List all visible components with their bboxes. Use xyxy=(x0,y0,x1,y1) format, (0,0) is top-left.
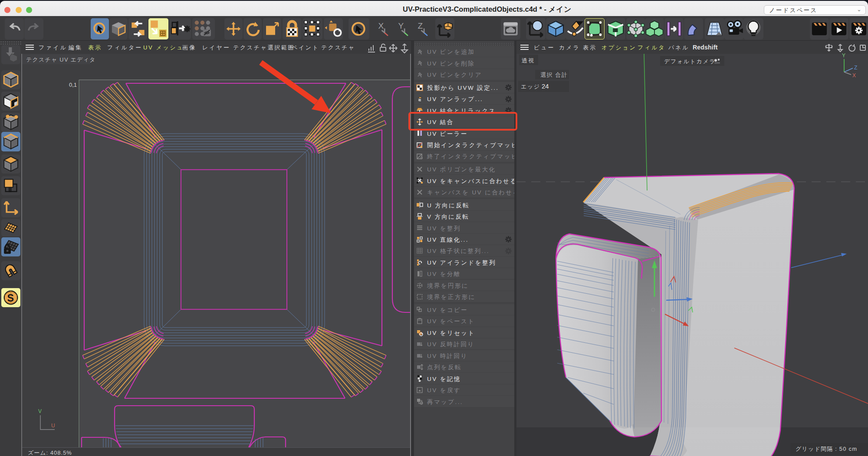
svg-text:S: S xyxy=(7,292,14,304)
svg-text:Y: Y xyxy=(398,22,404,31)
svg-text:Z: Z xyxy=(854,65,857,71)
svg-text:Y: Y xyxy=(842,53,845,59)
svg-text:V: V xyxy=(38,408,42,414)
svg-text:U: U xyxy=(51,423,55,429)
svg-text:0,1: 0,1 xyxy=(69,82,77,88)
svg-text:X: X xyxy=(378,22,384,31)
svg-text:Z: Z xyxy=(418,22,423,31)
svg-text:X: X xyxy=(852,72,856,79)
